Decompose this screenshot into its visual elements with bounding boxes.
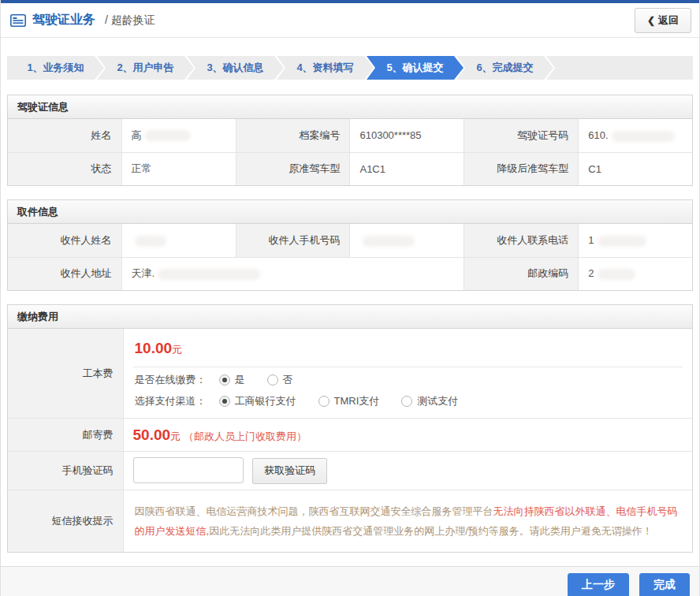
table-row: 收件人姓名 收件人手机号码 收件人联系电话 1 [8, 224, 692, 257]
recipient-name-value [121, 224, 236, 257]
redaction-smudge [598, 269, 635, 280]
fee-label: 工本费 [8, 329, 123, 419]
page-header: 驾驶证业务 / 超龄换证 ❮ 返回 [1, 3, 699, 38]
verification-code-input[interactable] [133, 457, 244, 483]
fee-cell: 10.00元 是否在线缴费： 是 否 选择支付渠道： 工商银行支付 TMRI支付… [123, 329, 692, 419]
original-class-label: 原准驾车型 [236, 152, 350, 185]
pickup-info-table: 收件人姓名 收件人手机号码 收件人联系电话 1 收件人地址 天津. 邮政编码 2 [8, 224, 692, 290]
name-label: 姓名 [8, 119, 121, 152]
file-number-value: 610300****85 [350, 119, 464, 152]
table-row: 状态 正常 原准驾车型 A1C1 降级后准驾车型 C1 [8, 152, 692, 185]
postage-value: 50.00元（邮政人员上门收取费用） [123, 419, 692, 452]
name-value: 高 [121, 119, 236, 152]
step-6-tab[interactable]: 6、完成提交 [456, 56, 553, 80]
recipient-mobile-value [350, 224, 464, 257]
online-option-yes-label: 是 [235, 373, 245, 387]
online-payment-row: 是否在线缴费： 是 否 [133, 367, 683, 389]
status-label: 状态 [8, 152, 121, 185]
step-2-tab[interactable]: 2、用户申告 [97, 56, 194, 80]
sms-notice-cell: 因陕西省联通、电信运营商技术问题，陕西省互联网交通安全综合服务管理平台无法向持陕… [123, 490, 692, 553]
pickup-info-panel: 取件信息 收件人姓名 收件人手机号码 收件人联系电话 1 收件人地址 天津. 邮… [7, 199, 693, 291]
sms-notice-part3: 因此无法向此类用户提供陕西省交通管理业务的网上办理/预约等服务。请此类用户避免无… [209, 525, 653, 537]
redaction-smudge [598, 236, 646, 247]
back-button[interactable]: ❮ 返回 [635, 8, 691, 33]
get-code-button[interactable]: 获取验证码 [252, 458, 327, 484]
verification-code-cell: 获取验证码 [123, 452, 692, 490]
back-button-label: 返回 [658, 13, 679, 28]
payment-panel: 缴纳费用 工本费 10.00元 是否在线缴费： 是 否 选择支付渠道： 工 [7, 304, 693, 553]
online-option-yes[interactable]: 是 [219, 373, 245, 387]
table-row: 收件人地址 天津. 邮政编码 2 [8, 257, 692, 290]
zip-code-value: 2 [579, 257, 692, 290]
recipient-address-value: 天津. [121, 257, 464, 290]
file-number-label: 档案编号 [236, 119, 350, 152]
redaction-smudge [135, 236, 166, 247]
channel-option-test[interactable]: 测试支付 [401, 394, 458, 408]
redaction-smudge [363, 236, 415, 247]
verification-code-label: 手机验证码 [8, 452, 123, 490]
recipient-phone-value: 1 [579, 224, 692, 257]
redaction-smudge [612, 131, 675, 142]
channel-option-tmri[interactable]: TMRI支付 [318, 394, 380, 408]
zip-code-label: 邮政编码 [464, 257, 579, 290]
radio-unchecked-icon[interactable] [267, 374, 278, 386]
page: 驾驶证业务 / 超龄换证 ❮ 返回 1、业务须知 2、用户申告 3、确认信息 4… [0, 0, 700, 596]
license-number-value: 610. [579, 119, 692, 152]
table-row: 短信接收提示 因陕西省联通、电信运营商技术问题，陕西省互联网交通安全综合服务管理… [8, 490, 692, 553]
table-row: 姓名 高 档案编号 610300****85 驾驶证号码 610. [8, 119, 692, 152]
online-payment-question: 是否在线缴费： [135, 373, 207, 387]
radio-checked-icon[interactable] [219, 396, 230, 407]
payment-title: 缴纳费用 [8, 305, 692, 329]
recipient-address-label: 收件人地址 [8, 257, 121, 290]
fee-unit: 元 [172, 344, 182, 356]
previous-step-button[interactable]: 上一步 [568, 573, 629, 596]
radio-unchecked-icon[interactable] [318, 396, 330, 407]
status-value: 正常 [121, 152, 236, 185]
postage-note: （邮政人员上门收取费用） [184, 430, 307, 442]
table-row: 手机验证码 获取验证码 [8, 452, 692, 490]
license-info-title: 驾驶证信息 [8, 95, 692, 119]
step-nav: 1、业务须知 2、用户申告 3、确认信息 4、资料填写 5、确认提交 6、完成提… [7, 56, 693, 80]
radio-unchecked-icon[interactable] [401, 396, 412, 407]
step-nav-filler [546, 56, 693, 80]
sms-notice-part1: 因陕西省联通、电信运营商技术问题，陕西省互联网交通安全综合服务管理平台 [135, 505, 493, 517]
step-3-tab[interactable]: 3、确认信息 [187, 56, 284, 80]
postage-label: 邮寄费 [8, 419, 123, 452]
channel-option-test-label: 测试支付 [417, 394, 458, 408]
license-info-table: 姓名 高 档案编号 610300****85 驾驶证号码 610. 状态 正常 … [8, 119, 692, 185]
step-1-tab[interactable]: 1、业务须知 [7, 56, 104, 80]
downgraded-class-label: 降级后准驾车型 [464, 152, 579, 185]
fee-amount-line: 10.00元 [133, 329, 683, 367]
sms-notice-text: 因陕西省联通、电信运营商技术问题，陕西省互联网交通安全综合服务管理平台无法向持陕… [133, 494, 683, 549]
channel-option-icbc-label: 工商银行支付 [235, 394, 296, 408]
payment-table: 工本费 10.00元 是否在线缴费： 是 否 选择支付渠道： 工商银行支付 TM… [8, 329, 692, 552]
original-class-value: A1C1 [350, 152, 464, 185]
channel-option-icbc[interactable]: 工商银行支付 [219, 394, 296, 408]
step-4-tab[interactable]: 4、资料填写 [277, 56, 374, 80]
step-5-tab-active[interactable]: 5、确认提交 [367, 56, 464, 80]
fee-amount: 10.00 [135, 340, 173, 356]
payment-channel-question: 选择支付渠道： [135, 394, 207, 408]
footer-action-bar: 上一步 完成 [1, 566, 699, 596]
page-subtitle: / 超龄换证 [105, 13, 155, 28]
redaction-smudge [158, 269, 260, 280]
downgraded-class-value: C1 [579, 152, 692, 185]
breadcrumb: 驾驶证业务 / 超龄换证 [10, 12, 635, 28]
chevron-left-icon: ❮ [647, 15, 655, 26]
recipient-name-label: 收件人姓名 [8, 224, 121, 257]
postage-unit: 元 [170, 430, 181, 442]
payment-channel-row: 选择支付渠道： 工商银行支付 TMRI支付 测试支付 [133, 389, 683, 410]
license-info-panel: 驾驶证信息 姓名 高 档案编号 610300****85 驾驶证号码 610. … [7, 95, 693, 186]
sms-notice-label: 短信接收提示 [8, 490, 123, 553]
table-row: 工本费 10.00元 是否在线缴费： 是 否 选择支付渠道： 工商银行支付 TM… [8, 329, 692, 419]
recipient-mobile-label: 收件人手机号码 [236, 224, 350, 257]
license-number-label: 驾驶证号码 [464, 119, 579, 152]
finish-button[interactable]: 完成 [639, 573, 690, 596]
channel-option-tmri-label: TMRI支付 [334, 394, 380, 408]
radio-checked-icon[interactable] [219, 374, 230, 386]
online-option-no-label: 否 [283, 373, 293, 387]
pickup-info-title: 取件信息 [8, 200, 692, 224]
recipient-phone-label: 收件人联系电话 [464, 224, 579, 257]
redaction-smudge [145, 130, 191, 141]
online-option-no[interactable]: 否 [267, 373, 293, 387]
